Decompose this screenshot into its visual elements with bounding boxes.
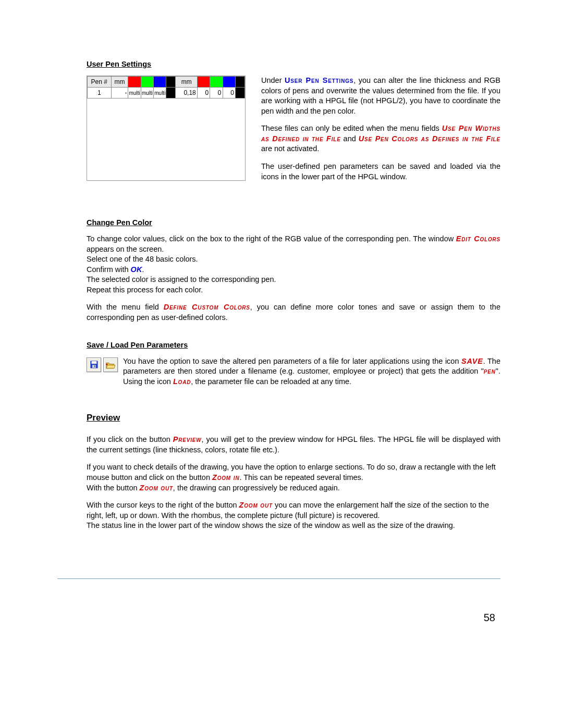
text: With the button [87, 484, 140, 492]
heading-preview: Preview [87, 413, 500, 423]
folder-open-icon [106, 361, 115, 369]
text: The status line in the lower part of the… [87, 521, 455, 529]
col-header-mm2: mm [176, 77, 197, 88]
col-header-pen: Pen # [88, 77, 112, 88]
cell-b1[interactable]: multi [154, 88, 166, 98]
cell-sw2-color[interactable] [235, 88, 244, 98]
col-header-r2 [197, 77, 210, 88]
button-ref: Zoom out [140, 484, 173, 492]
text: You have the option to save the altered … [123, 357, 461, 365]
text: and [341, 134, 359, 143]
text: Repeat this process for each color. [87, 286, 203, 294]
text: The user-defined pen parameters can be s… [261, 162, 500, 182]
svg-rect-3 [94, 365, 95, 367]
svg-marker-5 [106, 365, 115, 368]
button-ref: Zoom in [212, 473, 239, 482]
menu-field-ref: Define Custom Colors [164, 303, 250, 311]
table-row: 1 - multi multi multi 0,18 0 0 0 [88, 88, 245, 98]
button-ref: Preview [173, 435, 202, 443]
text: , the parameter file can be reloaded at … [191, 377, 351, 386]
col-header-r1 [128, 77, 141, 88]
col-header-mm1: mm [111, 77, 128, 88]
text: . [142, 265, 144, 274]
cell-r1[interactable]: multi [128, 88, 141, 98]
text: These files can only be edited when the … [261, 124, 442, 132]
button-ref: Zoom out [239, 501, 273, 509]
col-header-sw2 [235, 77, 244, 88]
svg-rect-1 [91, 361, 96, 364]
text: Under [261, 76, 285, 84]
cell-sw1-color[interactable] [166, 88, 176, 98]
load-ref: Load [173, 377, 191, 386]
text: With the menu field [87, 303, 164, 311]
text: To change color values, click on the box… [87, 235, 456, 243]
heading-save-load: Save / Load Pen Parameters [87, 341, 500, 349]
cell-r2[interactable]: 0 [197, 88, 210, 98]
cell-pen: 1 [88, 88, 112, 98]
cell-mm2[interactable]: 0,18 [176, 88, 197, 98]
text: Confirm with [87, 265, 131, 274]
change-pen-color-body: To change color values, click on the box… [87, 234, 500, 323]
col-header-b1 [154, 77, 166, 88]
col-header-g2 [210, 77, 223, 88]
table-header-row: Pen # mm mm [88, 77, 245, 88]
save-load-description: You have the option to save the altered … [123, 356, 500, 387]
page-number: 58 [484, 612, 495, 624]
col-header-g1 [141, 77, 153, 88]
col-header-b2 [223, 77, 235, 88]
svg-rect-2 [92, 365, 95, 368]
cell-g2[interactable]: 0 [210, 88, 223, 98]
save-icon-button[interactable] [87, 357, 101, 372]
user-pen-settings-description: Under User Pen Settings, you can alter t… [261, 76, 500, 189]
cell-b2[interactable]: 0 [223, 88, 235, 98]
load-icon-button[interactable] [103, 357, 118, 372]
pen-settings-table: Pen # mm mm 1 - multi multi [87, 76, 246, 181]
cell-g1[interactable]: multi [141, 88, 153, 98]
heading-change-pen-color: Change Pen Color [87, 218, 500, 227]
text: The selected color is assigned to the co… [87, 275, 276, 283]
text: Select one of the 48 basic colors. [87, 255, 198, 263]
heading-user-pen-settings: User Pen Settings [87, 60, 500, 68]
preview-body: If you click on the button Preview, you … [87, 435, 500, 531]
ok-ref: OK [131, 265, 142, 274]
text: With the cursor keys to the right of the… [87, 501, 239, 509]
pen-ext-ref: pen [484, 367, 496, 375]
text: appears on the screen. [87, 245, 164, 253]
col-header-sw1 [166, 77, 176, 88]
footer-divider [57, 578, 500, 579]
text: . This can be repeated several times. [239, 473, 363, 482]
floppy-disk-icon [90, 360, 99, 369]
text: If you click on the button [87, 435, 173, 443]
cell-mm1[interactable]: - [111, 88, 128, 98]
save-ref: SAVE [461, 357, 483, 365]
smallcaps-term: User Pen Settings [285, 76, 353, 84]
dialog-ref: Edit Colors [456, 235, 500, 243]
text: are not activated. [261, 144, 319, 153]
text: , the drawing can progressively be reduc… [173, 484, 340, 492]
menu-field-ref: Use Pen Colors as Defines in the File [359, 134, 500, 143]
